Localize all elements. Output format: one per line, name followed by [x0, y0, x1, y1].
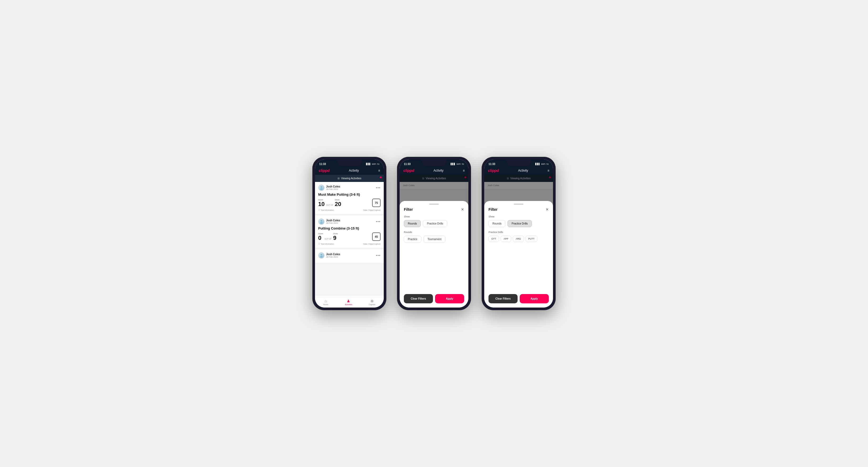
- wifi-icon-1: WiFi: [372, 163, 376, 165]
- user-date-3: 28 Feb 2023: [326, 256, 340, 258]
- svg-point-0: [320, 186, 322, 188]
- viewing-banner-2: ⊞ Viewing Activities: [400, 175, 468, 182]
- home-label-1: Home: [323, 304, 328, 305]
- apply-btn-2[interactable]: Apply: [435, 294, 464, 303]
- rounds-btn-3[interactable]: Rounds: [489, 220, 505, 227]
- banner-text-3: Viewing Activities: [510, 177, 531, 180]
- viewing-banner-1[interactable]: ⊞ Viewing Activities: [315, 175, 384, 182]
- battery-icon-3: 51: [547, 163, 549, 165]
- more-dots-1[interactable]: •••: [376, 186, 380, 190]
- shots-value-1: 20: [335, 201, 341, 207]
- phones-container: 11:33 ▋▋▋ WiFi 51 clippd Activity ≡ ⊞: [312, 157, 556, 310]
- nav-home-1[interactable]: ⌂ Home: [323, 299, 328, 305]
- activity-card-1[interactable]: Josh Coles 28 Feb 2023 ••• Must Make Put…: [315, 182, 384, 214]
- score-label-2: Score: [318, 233, 323, 235]
- outof-2: OUT OF: [324, 238, 331, 240]
- info-icon-1: ⓘ: [318, 209, 320, 211]
- modal-header-2: Filter ✕: [404, 207, 464, 212]
- shots-value-2: 9: [333, 235, 336, 241]
- activity-card-2[interactable]: Josh Coles 28 Feb 2023 ••• Putting Combi…: [315, 216, 384, 248]
- user-date-1: 28 Feb 2023: [326, 188, 340, 190]
- activity-card-3[interactable]: Josh Coles 28 Feb 2023 •••: [315, 250, 384, 263]
- nav-activities-1[interactable]: ♟ Activities: [345, 299, 352, 305]
- notification-dot-1: [380, 176, 382, 178]
- notification-dot-2: [464, 176, 466, 178]
- signal-icon-3: ▋▋▋: [535, 163, 540, 165]
- hamburger-icon-2[interactable]: ≡: [463, 169, 465, 173]
- header-title-2: Activity: [433, 169, 443, 173]
- filter-modal-2: Filter ✕ Show Rounds Practice Drills Rou…: [400, 201, 468, 308]
- drills-label-3: Practice Drills: [489, 231, 549, 234]
- apply-btn-3[interactable]: Apply: [520, 294, 549, 303]
- filter-icon-2: ⊞: [422, 177, 424, 180]
- modal-header-3: Filter ✕: [489, 207, 549, 212]
- user-name-1: Josh Coles: [326, 185, 340, 188]
- logo-1: clippd: [319, 168, 330, 173]
- hamburger-icon-3[interactable]: ≡: [548, 169, 549, 173]
- footer-left-1: ⓘ Test Information: [318, 209, 334, 211]
- drag-handle-3: [514, 204, 523, 205]
- phone-1: 11:33 ▋▋▋ WiFi 51 clippd Activity ≡ ⊞: [312, 157, 386, 310]
- battery-icon-1: 51: [377, 163, 379, 165]
- more-dots-2[interactable]: •••: [376, 219, 380, 224]
- logo-3: clippd: [488, 168, 499, 173]
- clear-filters-btn-3[interactable]: Clear Filters: [489, 294, 518, 303]
- rounds-btn-2[interactable]: Rounds: [404, 220, 421, 227]
- modal-title-2: Filter: [404, 207, 413, 212]
- banner-text-2: Viewing Activities: [426, 177, 446, 180]
- wifi-icon-2: WiFi: [457, 163, 461, 165]
- activities-label-1: Activities: [345, 304, 352, 305]
- show-buttons-3: Rounds Practice Drills: [489, 220, 549, 227]
- capture-label-1: Capture: [369, 304, 376, 305]
- status-time-2: 11:33: [404, 163, 411, 165]
- card-footer-2: ⓘ Test Information Data: Clippd Capture: [318, 243, 380, 245]
- wifi-icon-3: WiFi: [541, 163, 545, 165]
- practice-round-btn-2[interactable]: Practice: [404, 236, 421, 243]
- phone-3: 11:33 ▋▋▋ WiFi 51 clippd Activity ≡: [482, 157, 556, 310]
- footer-right-2: Data: Clippd Capture: [363, 243, 380, 245]
- tournament-btn-2[interactable]: Tournament: [424, 236, 445, 243]
- svg-point-3: [320, 222, 323, 224]
- hamburger-icon-1[interactable]: ≡: [378, 169, 380, 173]
- app-tag[interactable]: APP: [501, 236, 511, 242]
- ott-tag[interactable]: OTT: [489, 236, 499, 242]
- modal-close-2[interactable]: ✕: [461, 207, 464, 212]
- viewing-banner-3: ⊞ Viewing Activities: [484, 175, 553, 182]
- stats-row-2: Score 0 OUT OF Shots 9 45: [318, 232, 380, 241]
- modal-close-3[interactable]: ✕: [546, 207, 549, 212]
- svg-point-2: [320, 220, 322, 222]
- phone-3-screen: 11:33 ▋▋▋ WiFi 51 clippd Activity ≡: [484, 159, 553, 308]
- home-icon-1: ⌂: [325, 299, 327, 303]
- practice-drills-btn-2[interactable]: Practice Drills: [423, 220, 447, 227]
- shot-quality-value-1: 75: [375, 201, 378, 205]
- shot-quality-value-2: 45: [375, 235, 378, 238]
- modal-footer-3: Clear Filters Apply: [489, 294, 549, 303]
- shots-label-1: Shots: [335, 199, 341, 201]
- user-date-2: 28 Feb 2023: [326, 222, 340, 224]
- user-info-2: Josh Coles 28 Feb 2023: [318, 218, 340, 225]
- filter-icon-3: ⊞: [507, 177, 509, 180]
- app-header-3: clippd Activity ≡: [484, 167, 553, 175]
- notification-dot-3: [549, 176, 551, 178]
- card-header-1: Josh Coles 28 Feb 2023 •••: [318, 185, 380, 191]
- app-header-2: clippd Activity ≡: [400, 167, 468, 175]
- card-title-2: Putting Combine (3-15 ft): [318, 226, 380, 230]
- user-name-2: Josh Coles: [326, 219, 340, 222]
- putt-tag[interactable]: PUTT: [526, 236, 538, 242]
- svg-point-1: [320, 188, 323, 190]
- svg-point-5: [320, 256, 323, 257]
- signal-icon-1: ▋▋▋: [366, 163, 371, 165]
- score-value-1: 10: [318, 201, 324, 207]
- clear-filters-btn-2[interactable]: Clear Filters: [404, 294, 433, 303]
- nav-capture-1[interactable]: ⊕ Capture: [369, 299, 376, 305]
- avatar-2: [318, 218, 324, 225]
- footer-left-2: ⓘ Test Information: [318, 243, 334, 245]
- filter-modal-3: Filter ✕ Show Rounds Practice Drills Pra…: [484, 201, 553, 308]
- card-header-2: Josh Coles 28 Feb 2023 •••: [318, 218, 380, 225]
- arg-tag[interactable]: ARG: [513, 236, 524, 242]
- more-dots-3[interactable]: •••: [376, 253, 380, 257]
- notch-2: [422, 159, 446, 166]
- practice-drills-btn-3[interactable]: Practice Drills: [507, 220, 532, 227]
- phone-2-screen: 11:33 ▋▋▋ WiFi 51 clippd Activity ≡: [400, 159, 468, 308]
- shot-quality-badge-2: 45: [372, 232, 380, 241]
